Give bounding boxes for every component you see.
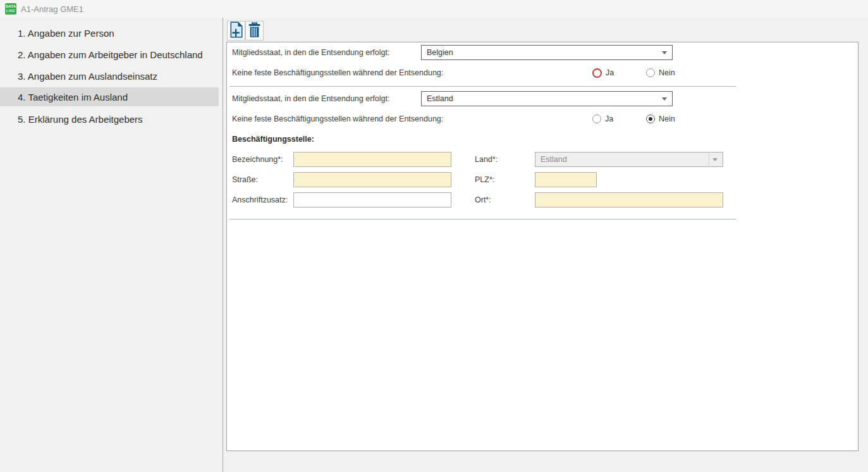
chevron-down-icon (662, 97, 667, 101)
form-panel: Mitgliedsstaat, in den die Entsendung er… (226, 42, 859, 451)
anschriftzusatz-label: Anschriftzusatz: (232, 195, 288, 205)
plz-input[interactable] (535, 172, 597, 187)
app-logo-text-bottom: LINE (6, 9, 15, 13)
member-state-label-2: Mitgliedsstaat, in den die Entsendung er… (232, 94, 389, 104)
add-entry-button[interactable] (227, 21, 245, 40)
add-document-icon (229, 22, 243, 40)
land-value: Estland (541, 155, 567, 164)
radio-ja-1[interactable]: Ja (592, 66, 614, 79)
app-logo-icon: DATA LINE (5, 3, 16, 15)
nav-label: 3. Angaben zum Auslandseinsatz (18, 71, 157, 82)
radio-nein-1[interactable]: Nein (646, 66, 675, 79)
radio-button-icon (646, 68, 655, 77)
member-state-value-1: Belgien (427, 48, 453, 57)
radio-ja-label-2: Ja (605, 115, 613, 123)
nav-label: 2. Angaben zum Arbeitgeber in Deutschlan… (18, 49, 203, 60)
land-label: Land*: (475, 154, 498, 165)
radio-nein-label-2: Nein (659, 115, 675, 123)
nav-label: 1. Angaben zur Person (18, 28, 114, 39)
radio-nein-2[interactable]: Nein (646, 113, 675, 125)
radio-ja-2[interactable]: Ja (592, 113, 613, 125)
sidebar-divider (223, 18, 223, 472)
bezeichnung-input[interactable] (293, 152, 451, 167)
land-dropdown[interactable]: Estland (535, 152, 723, 167)
window-title: A1-Antrag GME1 (21, 4, 83, 14)
bezeichnung-label: Bezeichnung*: (232, 154, 283, 165)
sidebar-item-angaben-zur-person[interactable]: 1. Angaben zur Person (0, 23, 219, 42)
sidebar-item-auslandseinsatz[interactable]: 3. Angaben zum Auslandseinsatz (0, 66, 219, 85)
strasse-input[interactable] (293, 172, 451, 187)
radio-ja-label-1: Ja (606, 68, 614, 77)
nav-label: 5. Erklärung des Arbeitgebers (18, 114, 143, 125)
entry-separator (229, 86, 736, 87)
no-fixed-site-label-2: Keine feste Beschäftigungsstellen währen… (232, 114, 443, 124)
member-state-label-1: Mitgliedsstaat, in den die Entsendung er… (232, 47, 389, 58)
trash-icon (248, 22, 261, 40)
chevron-down-icon (712, 158, 718, 161)
sidebar: 1. Angaben zur Person 2. Angaben zum Arb… (0, 18, 223, 472)
member-state-dropdown-1[interactable]: Belgien (421, 45, 673, 60)
sidebar-item-taetigkeiten-ausland[interactable]: 4. Taetigkeiten im Ausland (0, 87, 219, 106)
app-logo-text-top: DATA (6, 4, 16, 9)
titlebar: DATA LINE A1-Antrag GME1 (0, 0, 868, 18)
radio-button-icon (646, 115, 655, 123)
radio-button-icon (592, 68, 602, 78)
radio-button-icon (592, 115, 601, 123)
nav-label: 4. Taetigkeiten im Ausland (18, 92, 128, 102)
toolbar (227, 21, 264, 40)
sidebar-item-erklaerung-arbeitgeber[interactable]: 5. Erklärung des Arbeitgebers (0, 109, 219, 128)
member-state-value-2: Estland (427, 94, 453, 103)
employment-site-heading: Beschäftigungsstelle: (232, 134, 314, 144)
sidebar-item-arbeitgeber-deutschland[interactable]: 2. Angaben zum Arbeitgeber in Deutschlan… (0, 45, 219, 64)
dropdown-split-line (709, 153, 709, 166)
anschriftzusatz-input[interactable] (293, 192, 451, 208)
member-state-dropdown-2[interactable]: Estland (421, 91, 673, 106)
entry-separator (229, 219, 736, 220)
plz-label: PLZ*: (475, 175, 494, 185)
delete-entry-button[interactable] (245, 21, 264, 40)
radio-nein-label-1: Nein (659, 68, 675, 77)
chevron-down-icon (662, 51, 667, 54)
no-fixed-site-label-1: Keine feste Beschäftigungsstellen währen… (232, 68, 443, 78)
ort-label: Ort*: (475, 195, 491, 205)
strasse-label: Straße: (232, 175, 258, 185)
ort-input[interactable] (535, 192, 723, 208)
